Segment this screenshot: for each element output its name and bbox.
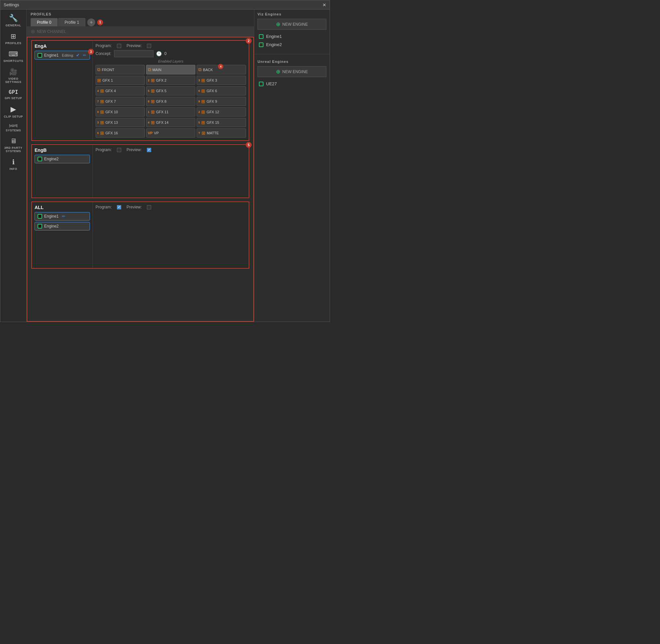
layer-gfx7[interactable]: 7 ⊞ GFX 7 xyxy=(95,97,145,106)
gfx10-label: GFX 10 xyxy=(106,110,118,114)
gfx10-grid-icon: ⊞ xyxy=(100,109,104,115)
sidebar-item-info[interactable]: ℹ INFO xyxy=(0,155,26,173)
channel-name-engb: EngB xyxy=(35,147,90,153)
sidebar-item-profiles[interactable]: ⊞ PROFILES xyxy=(0,30,26,47)
preview-label-engb: Preview: xyxy=(127,147,142,152)
viz-engines-title: Viz Engines xyxy=(257,12,326,16)
profile-badge-1: 1 xyxy=(97,19,103,25)
new-viz-engine-label: NEW ENGINE xyxy=(282,22,308,27)
layer-gfx11[interactable]: 1 ⊞ GFX 11 xyxy=(146,107,196,117)
layer-gfx5[interactable]: 5 ⊞ GFX 5 xyxy=(146,86,196,95)
layer-vp[interactable]: VP VP xyxy=(146,129,196,138)
gfx9-grid-icon: ⊞ xyxy=(201,99,205,104)
gfx5-label: GFX 5 xyxy=(156,89,167,93)
gfx6-grid-icon: ⊞ xyxy=(201,88,205,93)
gfx5-grid-icon: ⊞ xyxy=(151,88,155,93)
sidebar-item-gpi-setup[interactable]: GPI GPI SETUP xyxy=(0,86,26,102)
sidebar-item-systems[interactable]: |vizrt| SYSTEMS xyxy=(0,121,26,135)
plus-icon: + xyxy=(90,19,93,25)
program-label-enga: Program: xyxy=(95,43,112,48)
sidebar-item-video-settings[interactable]: 🎥 VIDEOSETTINGS xyxy=(0,65,26,86)
gfx13-icon: 3 xyxy=(97,121,99,124)
layer-gfx9[interactable]: 9 ⊞ GFX 9 xyxy=(197,97,246,106)
layer-main[interactable]: ⧉ MAIN xyxy=(146,65,196,74)
close-button[interactable]: ✕ xyxy=(322,2,326,7)
clock-icon: 🕐 xyxy=(156,51,162,56)
center-area: PROFILES Profile 0 Profile 1 + 1 xyxy=(27,9,254,322)
profiles-wrapper: PROFILES Profile 0 Profile 1 + 1 xyxy=(27,9,254,322)
layer-gfx13[interactable]: 3 ⊞ GFX 13 xyxy=(95,118,145,127)
viz-engine1-status-icon xyxy=(259,34,264,39)
channel-left-engb: EngB Engine2 xyxy=(32,145,93,198)
layer-gfx16[interactable]: 6 ⊞ GFX 16 xyxy=(95,129,145,138)
gfx8-label: GFX 8 xyxy=(156,99,167,104)
new-channel-bar[interactable]: ⊕ NEW CHANNEL xyxy=(27,26,254,37)
gfx1-icon: ⊞ xyxy=(97,78,101,83)
main-layer-icon: ⧉ xyxy=(148,67,151,72)
layer-gfx2[interactable]: 2 ⊞ GFX 2 xyxy=(146,76,196,85)
new-unreal-engine-button[interactable]: ⊕ NEW ENGINE xyxy=(257,66,326,77)
layer-gfx1[interactable]: ⊞ GFX 1 xyxy=(95,76,145,85)
editing-check[interactable]: ✔ xyxy=(76,53,80,58)
plus-viz-icon: ⊕ xyxy=(276,21,280,27)
add-profile-button[interactable]: + xyxy=(87,19,95,26)
viz-engines-section: Viz Engines ⊕ NEW ENGINE Engine1 Engine2 xyxy=(254,9,330,51)
badge-4: 4 xyxy=(218,64,223,69)
gfx14-label: GFX 14 xyxy=(156,120,168,124)
program-checkbox-all[interactable]: ✔ xyxy=(117,205,121,209)
gfx5-icon: 5 xyxy=(148,89,150,93)
program-checkbox-enga[interactable] xyxy=(117,44,121,48)
layer-gfx14[interactable]: 4 ⊞ GFX 14 xyxy=(146,118,196,127)
gfx4-grid-icon: ⊞ xyxy=(100,88,104,93)
program-preview-row-all: Program: ✔ Preview: xyxy=(95,205,246,209)
all-edit-pencil-icon[interactable]: ✏ xyxy=(62,214,65,218)
channel-right-enga: Program: Preview: Concept: 🕐 0 xyxy=(93,41,249,140)
camera-icon: 🎥 xyxy=(9,68,18,76)
program-checkbox-engb[interactable] xyxy=(117,148,121,152)
profile-tab-1[interactable]: Profile 1 xyxy=(58,18,85,26)
main-layer-label: MAIN xyxy=(153,68,162,72)
gfx12-grid-icon: ⊞ xyxy=(201,109,205,115)
right-divider xyxy=(254,54,330,54)
program-label-all: Program: xyxy=(95,205,112,209)
preview-label-enga: Preview: xyxy=(127,43,142,48)
gfx2-grid-icon: ⊞ xyxy=(151,78,155,83)
layer-back[interactable]: ⧉ BACK 4 xyxy=(197,65,246,74)
settings-window: Settings ✕ 🔧 GENERAL ⊞ PROFILES ⌨ SHORTC… xyxy=(0,0,330,322)
sidebar-item-clip-setup[interactable]: ▶ CLIP SETUP xyxy=(0,102,26,121)
layer-gfx8[interactable]: 8 ⊞ GFX 8 xyxy=(146,97,196,106)
profiles-header: PROFILES Profile 0 Profile 1 + 1 xyxy=(27,9,254,26)
preview-checkbox-all[interactable] xyxy=(147,205,151,209)
gfx1-label: GFX 1 xyxy=(103,78,113,82)
viz-engine1-name: Engine1 xyxy=(266,34,282,39)
channel-left-all: ALL Engine1 ✏ Engine2 xyxy=(32,202,93,268)
layer-gfx3[interactable]: 3 ⊞ GFX 3 xyxy=(197,76,246,85)
viz-engine2-name: Engine2 xyxy=(266,42,282,47)
layer-gfx6[interactable]: 6 ⊞ GFX 6 xyxy=(197,86,246,95)
program-label-engb: Program: xyxy=(95,147,112,152)
layer-gfx15[interactable]: 5 ⊞ GFX 15 xyxy=(197,118,246,127)
preview-checkbox-enga[interactable] xyxy=(147,44,151,48)
sidebar-item-shortcuts[interactable]: ⌨ SHORTCUTS xyxy=(0,47,26,65)
profile-tab-0[interactable]: Profile 0 xyxy=(31,18,58,26)
sidebar-label-clip: CLIP SETUP xyxy=(4,115,23,118)
layer-gfx10[interactable]: 0 ⊞ GFX 10 xyxy=(95,107,145,117)
sidebar-item-general[interactable]: 🔧 GENERAL xyxy=(0,11,26,30)
sidebar-item-3rd-party[interactable]: 🖥 3RD PARTYSYSTEMS xyxy=(0,135,26,155)
layer-gfx12[interactable]: 2 ⊞ GFX 12 xyxy=(197,107,246,117)
layer-gfx4[interactable]: 4 ⊞ GFX 4 xyxy=(95,86,145,95)
edit-pencil-icon[interactable]: ✏ xyxy=(83,53,86,58)
preview-checkbox-engb[interactable]: ✔ xyxy=(147,148,151,152)
vizrt-icon: |vizrt| xyxy=(9,123,18,128)
new-viz-engine-button[interactable]: ⊕ NEW ENGINE xyxy=(257,19,326,30)
gfx15-grid-icon: ⊞ xyxy=(201,120,205,125)
layer-matte[interactable]: T ⊞ MATTE xyxy=(197,129,246,138)
badge-3: 3 xyxy=(88,49,94,55)
concept-input-enga[interactable] xyxy=(114,50,154,57)
channel-name-enga: EngA xyxy=(35,43,90,49)
editing-label: Editing: xyxy=(62,53,74,57)
engine-item-all-engine2: Engine2 xyxy=(35,222,90,230)
gfx11-icon: 1 xyxy=(148,110,150,114)
layer-front[interactable]: ⧉ FRONT xyxy=(95,65,145,74)
gfx13-label: GFX 13 xyxy=(106,120,118,124)
